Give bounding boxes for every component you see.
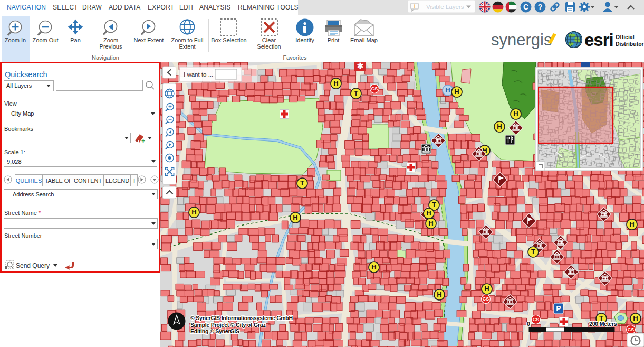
- svg-text:T: T: [354, 89, 358, 97]
- svg-text:Official: Official: [616, 34, 635, 40]
- svg-text:H: H: [629, 220, 634, 228]
- svg-text:CS: CS: [483, 296, 489, 302]
- svg-text:H: H: [191, 208, 196, 216]
- svg-text:Distributor: Distributor: [616, 41, 644, 47]
- svg-text:T: T: [531, 248, 535, 256]
- svg-text:0: 0: [527, 321, 530, 327]
- svg-text:H: H: [633, 314, 638, 322]
- svg-text:H: H: [426, 209, 431, 217]
- svg-text:H: H: [371, 263, 376, 271]
- svg-text:200 Meters: 200 Meters: [589, 321, 617, 327]
- svg-text:synergis: synergis: [491, 31, 552, 49]
- svg-text:C: C: [523, 3, 528, 11]
- svg-text:T: T: [432, 201, 436, 209]
- svg-text:H: H: [428, 219, 433, 227]
- svg-text:H: H: [454, 88, 459, 96]
- svg-text:?: ?: [538, 3, 543, 11]
- svg-text:H: H: [484, 285, 489, 293]
- svg-text:esri: esri: [584, 30, 613, 50]
- svg-text:i: i: [414, 4, 415, 9]
- svg-text:✱: ✱: [357, 62, 364, 70]
- svg-text:CS: CS: [371, 86, 378, 91]
- svg-text:Sample Project © City of Graz: Sample Project © City of Graz: [190, 322, 266, 328]
- svg-text:CS: CS: [533, 317, 540, 322]
- svg-text:H: H: [333, 79, 338, 87]
- svg-text:H: H: [445, 86, 450, 94]
- svg-text:H: H: [437, 290, 441, 298]
- svg-text:Editing © SynerGIS: Editing © SynerGIS: [190, 328, 239, 334]
- svg-text:T: T: [300, 179, 304, 187]
- svg-text:© SynerGIS Informationssysteme: © SynerGIS Informationssysteme GmbH: [190, 315, 293, 321]
- svg-text:CS: CS: [628, 327, 635, 332]
- svg-text:H: H: [293, 213, 297, 221]
- svg-text:+: +: [141, 137, 145, 145]
- svg-text:H: H: [513, 110, 518, 118]
- svg-text:H: H: [497, 123, 502, 130]
- svg-text:Visible Layers: Visible Layers: [426, 4, 464, 10]
- svg-text:I want to ...: I want to ...: [184, 71, 213, 78]
- svg-text:P: P: [556, 304, 561, 313]
